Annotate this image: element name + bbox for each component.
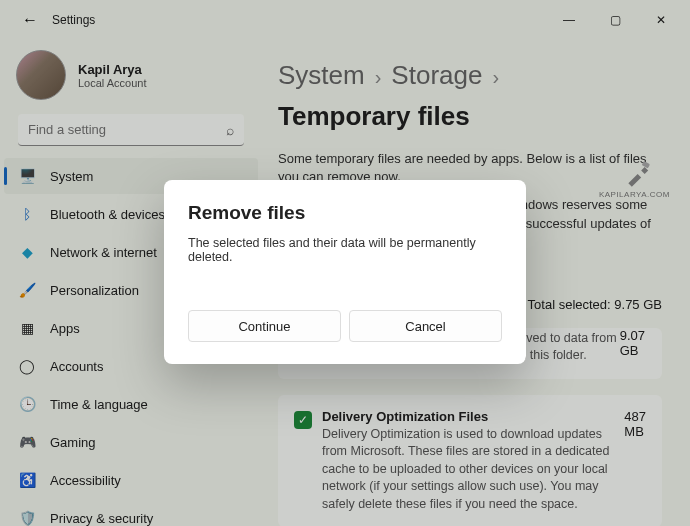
modal-overlay: Remove files The selected files and thei… — [0, 0, 690, 526]
continue-button[interactable]: Continue — [188, 310, 341, 342]
dialog-text: The selected files and their data will b… — [188, 236, 502, 264]
cancel-button[interactable]: Cancel — [349, 310, 502, 342]
remove-files-dialog: Remove files The selected files and thei… — [164, 180, 526, 364]
dialog-title: Remove files — [188, 202, 502, 224]
